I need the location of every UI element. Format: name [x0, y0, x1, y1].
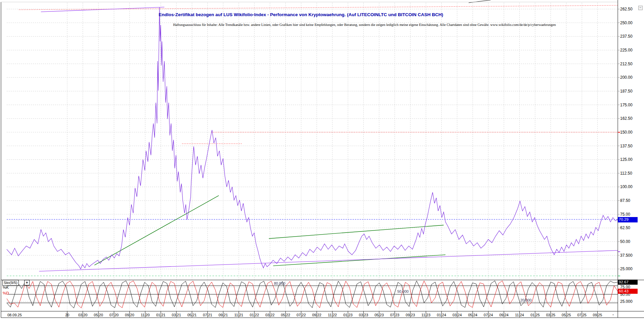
x-axis-label: 09.20: [122, 313, 138, 317]
add-indicator-button[interactable]: +: [24, 280, 30, 285]
price-axis-label: 225.00: [620, 48, 633, 52]
price-axis-label: 37.500: [620, 253, 633, 258]
price-axis-label: 62.50: [620, 225, 630, 230]
chart-window: Endlos-Zertifikat bezogen auf LUS Wikifo…: [0, 0, 644, 319]
x-axis-label: 05.25: [558, 313, 574, 317]
price-axis-label: 75.00: [620, 212, 630, 217]
x-axis-label: 05.22: [278, 313, 294, 317]
x-axis-label: 05.21: [184, 313, 200, 317]
x-axis-label: 20: [59, 313, 75, 317]
stoch-d-badge: 60.43: [618, 289, 638, 294]
x-axis-label: 01.24: [434, 313, 450, 317]
x-axis-label: 03.25: [542, 313, 559, 317]
price-axis-label: 262.50: [620, 7, 633, 11]
price-axis-label: 125.00: [620, 157, 633, 162]
x-axis-label: 03.20: [75, 313, 91, 317]
x-axis-label: 01.23: [340, 313, 356, 317]
green-channel-upper: [269, 225, 444, 239]
stoch-axis-label: 25.000: [620, 299, 633, 304]
x-axis-label: 07.20: [106, 313, 122, 317]
current-price-badge: 70.29: [618, 217, 638, 222]
scrollbar-minus-button[interactable]: -: [612, 312, 614, 317]
indicator-label-box[interactable]: Sto(9/5): [2, 280, 19, 286]
price-axis-label: 137.50: [620, 144, 633, 148]
x-axis-label: 03.21: [168, 313, 185, 317]
stoch-level-20-label: 20.000: [520, 298, 532, 302]
x-axis-label: 11.22: [324, 313, 340, 317]
x-axis-label: 09.22: [309, 313, 325, 317]
x-axis-label: 03.22: [262, 313, 278, 317]
chart-disclaimer: Haftungsausschluss für Inhalte: Alle Tre…: [173, 23, 556, 27]
price-axis-label: 175.00: [620, 103, 633, 107]
x-axis-start-label: 08.09.25: [7, 313, 22, 317]
chart-title: Endlos-Zertifikat bezogen auf LUS Wikifo…: [159, 12, 443, 17]
x-axis-label: 09.23: [402, 313, 418, 317]
x-axis-label: 07.22: [293, 313, 309, 317]
x-axis-label: 11.24: [512, 313, 528, 317]
stoch-level-50-label: 50.000: [397, 289, 409, 293]
price-axis-label: 112.50: [620, 171, 632, 176]
x-axis-label: 01.22: [246, 313, 263, 317]
x-axis-label: 07.25: [574, 313, 590, 317]
x-axis-label: 03.24: [449, 313, 465, 317]
green-channel-lower: [273, 255, 446, 266]
collapse-icon[interactable]: −: [638, 6, 643, 10]
x-axis-label: 01.21: [153, 313, 169, 317]
x-axis-label: 07.21: [200, 313, 216, 317]
violet-support-trendline: [39, 250, 618, 271]
stoch-d-label: %D: [3, 291, 9, 295]
x-axis-label: 05.20: [90, 313, 107, 317]
x-axis-label: 05.24: [465, 313, 481, 317]
x-axis-label: 11.20: [137, 313, 153, 317]
x-axis-label: 09.25: [590, 313, 606, 317]
stoch-k-label: %K: [3, 285, 9, 289]
x-axis-label: 09.24: [496, 313, 512, 317]
black-top-segment: [469, 0, 490, 3]
x-axis-label: 07.23: [387, 313, 403, 317]
price-axis-label: 187.50: [620, 89, 633, 94]
x-axis-label: 09.21: [215, 313, 231, 317]
price-axis-label: 200.00: [620, 75, 633, 80]
price-axis-label: 87.50: [620, 198, 630, 203]
x-axis-label: 07.24: [480, 313, 496, 317]
x-axis-label: 11.23: [418, 313, 434, 317]
x-axis-label: 01.25: [527, 313, 543, 317]
price-axis-label: 100.00: [620, 184, 633, 189]
x-axis-label: 11.21: [231, 313, 247, 317]
stoch-level-80-label: 80.000: [274, 281, 285, 285]
stoch-k-badge: 92.67: [618, 280, 638, 285]
x-axis-label: 05.23: [371, 313, 387, 317]
price-axis-label: 212.50: [620, 62, 633, 66]
price-axis-label: 237.50: [620, 34, 633, 39]
price-axis-label: 250.00: [620, 21, 633, 25]
price-axis-label: 50.00: [620, 239, 630, 244]
green-steep-trendline: [94, 196, 219, 265]
x-axis-label: 03.23: [356, 313, 372, 317]
price-axis-label: 150.00: [620, 130, 633, 135]
price-axis-label: 162.50: [620, 116, 633, 121]
price-axis-label: 25.000: [620, 267, 633, 271]
chart-canvas[interactable]: [0, 0, 644, 319]
